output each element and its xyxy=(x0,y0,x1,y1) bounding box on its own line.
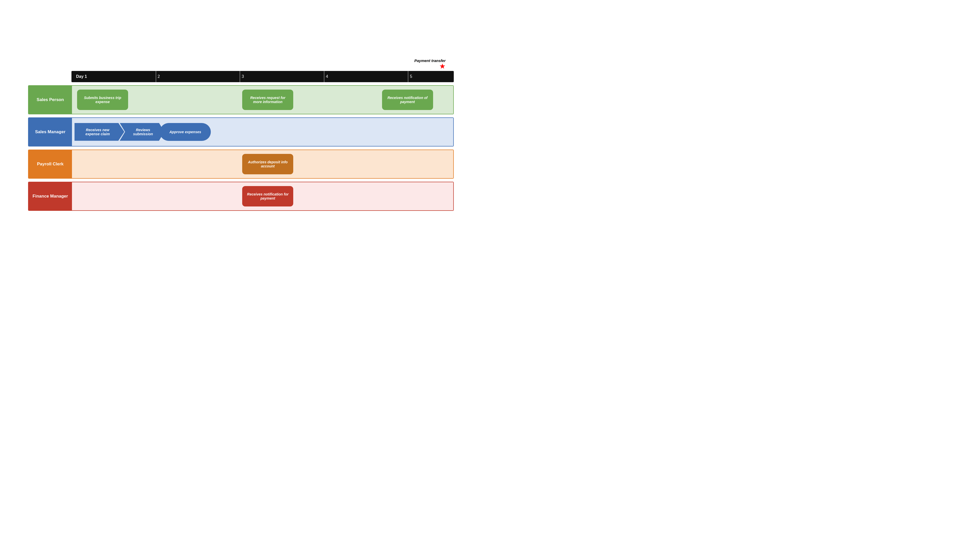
lane-sales-manager-label: Sales Manager xyxy=(29,118,72,146)
lane-sales-person: Sales Person Submits business trip expen… xyxy=(28,85,454,115)
lane-sales-person-label: Sales Person xyxy=(29,86,72,114)
lane-finance-manager-label: Finance Manager xyxy=(29,182,72,210)
lane-finance-manager-content: Receives notification for payment xyxy=(72,182,453,210)
lane-sales-person-content: Submits business trip expense Receives r… xyxy=(72,86,453,114)
lane-payroll-clerk-label: Payroll Clerk xyxy=(29,150,72,178)
activity-approve-expenses: Approve expenses xyxy=(160,123,211,141)
diagram-wrapper: Payment transfer ★ Day 1 2 3 4 5 Sales P… xyxy=(28,48,462,221)
lane-payroll-clerk: Payroll Clerk Authorizes deposit info ac… xyxy=(28,150,454,179)
payment-transfer-star: ★ xyxy=(439,63,445,70)
activity-reviews-submission: Reviews submission xyxy=(120,123,164,141)
timeline-tick-3: 3 xyxy=(242,74,244,79)
lane-sales-manager-content: Receives new expense claim Reviews submi… xyxy=(72,118,453,146)
activity-submits-expense: Submits business trip expense xyxy=(77,89,128,110)
payment-transfer-text: Payment transfer xyxy=(414,59,445,63)
timeline-day1-label: Day 1 xyxy=(76,74,87,79)
activity-receives-new-claim: Receives new expense claim xyxy=(75,123,124,141)
activity-receives-notification-payment: Receives notification of payment xyxy=(382,89,433,110)
activity-receives-request-info: Receives request for more information xyxy=(242,89,293,110)
payment-transfer-label: Payment transfer ★ xyxy=(414,59,445,70)
lane-finance-manager: Finance Manager Receives notification fo… xyxy=(28,182,454,211)
timeline-tick-4: 4 xyxy=(326,74,328,79)
lane-payroll-clerk-content: Authorizes deposit info account xyxy=(72,150,453,178)
lane-sales-manager: Sales Manager Receives new expense claim… xyxy=(28,118,454,146)
timeline-tick-2: 2 xyxy=(158,74,160,79)
activity-receives-notification-for-payment: Receives notification for payment xyxy=(242,186,293,207)
activity-authorizes-deposit: Authorizes deposit info account xyxy=(242,154,293,174)
timeline-tick-5: 5 xyxy=(410,74,412,79)
timeline-bar: Day 1 2 3 4 5 xyxy=(72,71,454,82)
